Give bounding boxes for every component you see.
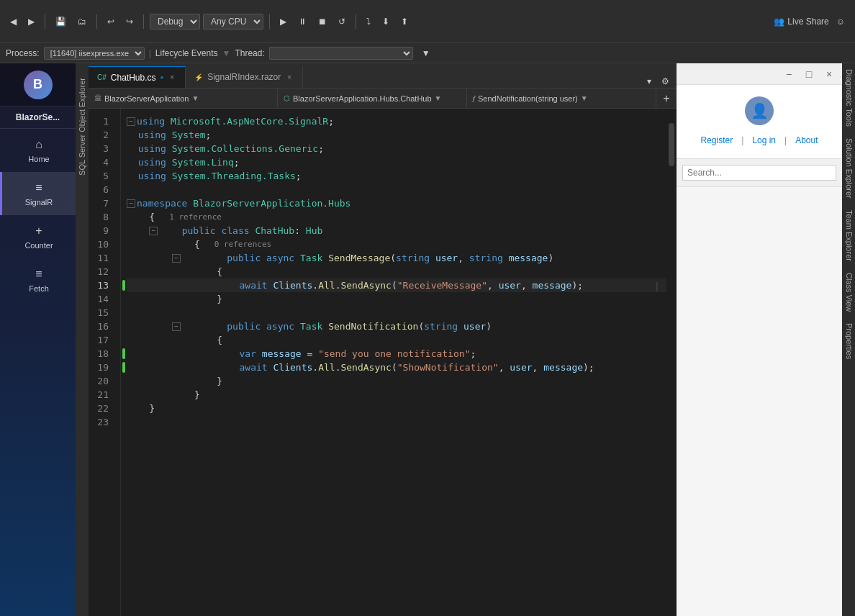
nav-add-btn[interactable]: + — [656, 92, 677, 105]
sidebar-item-signalr-label: SignalR — [25, 198, 53, 207]
sidebar-item-signalr[interactable]: ≡ SignalR — [0, 172, 76, 215]
thread-filter-btn[interactable]: ▼ — [417, 47, 435, 60]
sql-server-tab-label[interactable]: SQL Server Object Explorer — [78, 78, 86, 176]
pause-btn[interactable]: ⏸ — [294, 15, 311, 28]
class-chevron: ▼ — [435, 94, 442, 102]
code-line-17: { — [127, 333, 666, 347]
scroll-area[interactable] — [666, 109, 677, 616]
vtab-diagnostic[interactable]: Diagnostic Tools — [842, 63, 855, 132]
ln-20: 20 — [89, 374, 113, 388]
code-line-7: − namespace BlazorServerApplication.Hubs — [127, 196, 666, 210]
sql-server-tab[interactable]: SQL Server Object Explorer — [76, 63, 89, 616]
debug-config-dropdown[interactable]: Debug — [150, 14, 200, 30]
toolbar-sep-4 — [269, 14, 270, 29]
left-sidebar: B BlazorSe... ⌂ Home ≡ SignalR + Counter… — [0, 63, 76, 616]
sidebar-item-counter-label: Counter — [24, 241, 53, 250]
maximize-btn[interactable]: □ — [800, 65, 818, 83]
right-panel-content — [677, 187, 842, 616]
method-icon: 𝑓 — [473, 94, 475, 103]
feedback-btn[interactable]: ☺ — [832, 15, 849, 28]
redo-btn[interactable]: ↪ — [122, 15, 137, 28]
tab-signalrindex-label: SignalRIndex.razor — [207, 72, 281, 82]
tab-chathub-modified: ● — [160, 74, 164, 81]
right-panel-header: − □ × — [677, 63, 842, 85]
collapse-7[interactable]: − — [127, 199, 135, 208]
namespace-dropdown[interactable]: 🏛 BlazorServerApplication ▼ — [89, 89, 278, 108]
live-share-button[interactable]: 👥 Live Share — [774, 17, 828, 27]
code-line-11: − public async Task SendMessage(string u… — [127, 251, 666, 265]
namespace-icon: 🏛 — [94, 94, 101, 102]
close-btn[interactable]: × — [820, 65, 838, 83]
method-chevron: ▼ — [581, 94, 588, 102]
tab-signalrindex-icon: ⚡ — [194, 73, 203, 81]
step-out-btn[interactable]: ⬆ — [397, 15, 412, 28]
scroll-thumb[interactable] — [669, 123, 674, 166]
step-into-btn[interactable]: ⬇ — [378, 15, 394, 28]
change-marker-19 — [122, 362, 125, 373]
register-button[interactable]: Register — [698, 134, 736, 147]
code-line-23 — [127, 415, 666, 429]
tab-signalrindex-close[interactable]: × — [285, 73, 294, 82]
counter-icon: + — [32, 224, 46, 238]
tab-chathub[interactable]: C# ChatHub.cs ● × — [89, 66, 186, 88]
tab-chathub-close[interactable]: × — [168, 73, 176, 82]
tab-settings-btn[interactable]: ⚙ — [657, 75, 674, 88]
tab-dropdown-btn[interactable]: ▾ — [643, 75, 656, 88]
collapse-1[interactable]: − — [127, 117, 135, 126]
ln-3: 3 — [89, 142, 113, 155]
cpu-dropdown[interactable]: Any CPU — [203, 14, 263, 30]
restart-btn[interactable]: ↺ — [334, 15, 350, 28]
forward-btn[interactable]: ▶ — [24, 15, 39, 28]
stop-btn[interactable]: ⏹ — [314, 15, 331, 28]
code-line-16: − public async Task SendNotification(str… — [127, 320, 666, 333]
ln-10: 10 — [89, 237, 113, 251]
sidebar-item-home[interactable]: ⌂ Home — [0, 129, 76, 172]
sidebar-item-counter[interactable]: + Counter — [0, 215, 76, 258]
ln-15: 15 — [89, 306, 113, 320]
thread-dropdown[interactable] — [269, 47, 413, 60]
class-dropdown[interactable]: ⬡ BlazorServerApplication.Hubs.ChatHub ▼ — [278, 89, 467, 108]
login-button[interactable]: Log in — [749, 134, 779, 147]
signalr-icon: ≡ — [32, 181, 46, 195]
save-all-btn[interactable]: 🗂 — [73, 15, 91, 28]
save-btn[interactable]: 💾 — [51, 15, 71, 28]
ln-9: 9 — [89, 224, 113, 237]
vtab-class-view[interactable]: Class View — [842, 267, 855, 317]
step-over-btn[interactable]: ⤵ — [362, 15, 375, 28]
editor-area: C# ChatHub.cs ● × ⚡ SignalRIndex.razor ×… — [89, 63, 677, 616]
tab-actions: ▾ ⚙ — [640, 75, 677, 88]
sidebar-item-fetch[interactable]: ≡ Fetch — [0, 258, 76, 302]
about-button[interactable]: About — [792, 134, 820, 147]
code-line-10: { 0 references — [127, 237, 666, 251]
avatar-icon: 👤 — [751, 102, 769, 119]
minimize-btn[interactable]: − — [780, 65, 797, 83]
code-line-5: using System.Threading.Tasks; — [127, 169, 666, 183]
tab-signalrindex[interactable]: ⚡ SignalRIndex.razor × — [186, 66, 303, 88]
process-dropdown[interactable]: [11640] iisexpress.exe — [44, 47, 145, 60]
lifecycle-label: Lifecycle Events — [155, 48, 218, 58]
code-editor: 1 2 3 4 5 6 7 8 9 10 11 12 13 14 15 16 1 — [89, 109, 677, 616]
toolbar-sep-2 — [96, 14, 97, 29]
vtab-team-explorer[interactable]: Team Explorer — [842, 204, 855, 267]
right-search-area — [677, 159, 842, 187]
code-content[interactable]: − using Microsoft.AspNetCore.SignalR; us… — [121, 109, 666, 616]
undo-btn[interactable]: ↩ — [103, 15, 119, 28]
back-btn[interactable]: ◀ — [6, 15, 21, 28]
vtab-solution-explorer[interactable]: Solution Explorer — [842, 132, 855, 204]
collapse-16[interactable]: − — [172, 322, 181, 331]
class-label: BlazorServerApplication.Hubs.ChatHub — [293, 94, 432, 103]
right-search-input[interactable] — [682, 165, 836, 181]
ln-16: 16 — [89, 320, 113, 333]
vtab-properties[interactable]: Properties — [842, 317, 855, 365]
collapse-9[interactable]: − — [149, 227, 158, 235]
ln-11: 11 — [89, 251, 113, 265]
account-panel: 👤 Register | Log in | About — [677, 85, 842, 159]
tab-chathub-icon: C# — [97, 73, 107, 81]
ln-17: 17 — [89, 333, 113, 347]
account-actions: Register | Log in | About — [698, 134, 821, 147]
collapse-11[interactable]: − — [172, 254, 181, 263]
method-dropdown[interactable]: 𝑓 SendNotification(string user) ▼ — [467, 89, 656, 108]
main-area: B BlazorSe... ⌂ Home ≡ SignalR + Counter… — [0, 63, 855, 616]
start-btn[interactable]: ▶ — [276, 15, 291, 28]
account-sep-2: | — [784, 135, 787, 145]
